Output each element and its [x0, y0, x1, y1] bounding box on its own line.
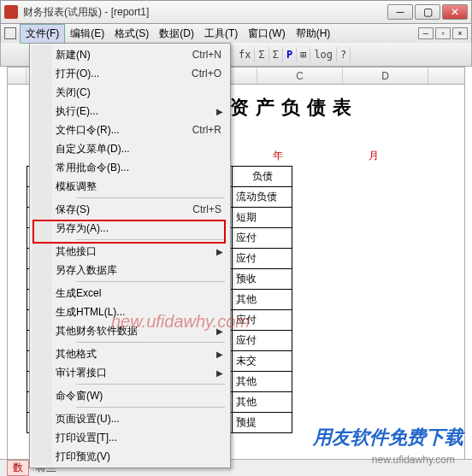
date-row: 年 月: [273, 149, 379, 163]
col-header-c[interactable]: C: [257, 68, 343, 84]
year-label: 年: [273, 149, 283, 163]
menu-item-label: 文件口令(R)...: [56, 123, 175, 138]
menu-item-label: 打印预览(V): [56, 450, 221, 464]
menu-item-label: 保存(S): [56, 203, 175, 217]
menu-format[interactable]: 格式(S): [109, 25, 154, 43]
status-tab[interactable]: 数: [7, 460, 29, 476]
menu-item[interactable]: 其他格式▶: [32, 344, 228, 363]
mdi-minimize[interactable]: ─: [418, 27, 434, 39]
menu-item[interactable]: 打印设置[T]...: [32, 428, 228, 447]
menu-item-shortcut: Ctrl+S: [192, 203, 221, 215]
submenu-arrow-icon: ▶: [216, 368, 223, 378]
menu-item-label: 常用批命令(B)...: [56, 161, 221, 175]
close-button[interactable]: ✕: [442, 4, 468, 20]
menu-item-label: 命令窗(W): [56, 389, 221, 403]
tool-help[interactable]: ?: [337, 47, 351, 62]
app-icon: [4, 5, 18, 19]
menu-separator: [76, 407, 225, 408]
menu-item-label: 打开(O)...: [56, 67, 174, 81]
hdr-liability: 负债: [233, 167, 292, 187]
menu-window[interactable]: 窗口(W): [243, 25, 290, 43]
menu-item[interactable]: 另存入数据库: [32, 261, 228, 279]
menu-item[interactable]: 保存(S)Ctrl+S: [32, 200, 228, 219]
window-controls: ─ ▢ ✕: [387, 4, 468, 20]
menu-item[interactable]: 生成Excel: [32, 284, 228, 303]
menu-item-shortcut: Ctrl+N: [192, 49, 221, 61]
menu-tools[interactable]: 工具(T): [199, 25, 243, 43]
menu-item-label: 其他接口: [56, 244, 221, 259]
menu-separator: [76, 281, 225, 282]
menu-separator: [76, 384, 225, 385]
month-label: 月: [369, 149, 379, 163]
minimize-button[interactable]: ─: [387, 4, 413, 20]
menu-separator: [76, 197, 225, 198]
menu-item[interactable]: 页面设置(U)...: [32, 409, 228, 428]
menu-separator: [76, 239, 225, 240]
tool-fx[interactable]: fx: [235, 47, 255, 62]
tool-grid[interactable]: ⊞: [297, 47, 310, 62]
menu-item-label: 审计署接口: [56, 366, 221, 380]
titlebar: 财务报表(试用版) - [report1] ─ ▢ ✕: [0, 0, 472, 24]
menu-item[interactable]: 执行(E)...▶: [32, 102, 228, 120]
menu-item[interactable]: 其他接口▶: [32, 242, 228, 261]
menu-edit[interactable]: 编辑(E): [65, 25, 109, 43]
submenu-arrow-icon: ▶: [216, 247, 223, 256]
menu-item-label: 另存入数据库: [56, 263, 221, 278]
menu-help[interactable]: 帮助(H): [291, 25, 336, 43]
maximize-button[interactable]: ▢: [415, 4, 440, 20]
menu-item-label: 新建(N): [56, 48, 175, 62]
menu-item[interactable]: 生成HTML(L)...: [32, 303, 228, 321]
menu-item[interactable]: 命令窗(W): [32, 386, 228, 405]
menu-item[interactable]: 审计署接口▶: [32, 363, 228, 382]
window-title: 财务报表(试用版) - [report1]: [23, 5, 387, 20]
submenu-arrow-icon: ▶: [216, 350, 223, 359]
menu-item-label: 打印设置[T]...: [56, 431, 221, 445]
menu-item[interactable]: 另存为(A)...: [32, 219, 228, 238]
menu-data[interactable]: 数据(D): [154, 25, 199, 43]
menu-item-label: 自定义菜单(D)...: [56, 142, 221, 156]
tool-p[interactable]: P: [283, 47, 297, 62]
tool-log[interactable]: log: [310, 47, 337, 62]
mdi-close[interactable]: ×: [452, 27, 468, 39]
file-dropdown: 新建(N)Ctrl+N打开(O)...Ctrl+O关闭(C)执行(E)...▶文…: [29, 43, 231, 468]
tool-sum2[interactable]: Σ: [269, 47, 283, 62]
menu-item-label: 页面设置(U)...: [56, 412, 221, 426]
menu-item[interactable]: 打印预览(V): [32, 447, 228, 466]
mdi-controls: ─ ▫ ×: [418, 27, 468, 39]
menu-separator: [76, 342, 225, 343]
menu-item[interactable]: 常用批命令(B)...: [32, 158, 228, 177]
report-title: 资产负债表: [230, 95, 358, 120]
mdi-restore[interactable]: ▫: [435, 27, 451, 39]
menu-item[interactable]: 新建(N)Ctrl+N: [32, 45, 228, 64]
menu-item[interactable]: 其他财务软件数据▶: [32, 321, 228, 340]
menu-item-label: 其他财务软件数据: [56, 324, 221, 338]
system-menu-icon[interactable]: [4, 27, 16, 39]
menu-item-label: 执行(E)...: [56, 104, 221, 119]
menu-item[interactable]: 文件口令(R)...Ctrl+R: [32, 120, 228, 139]
menu-item-shortcut: Ctrl+R: [192, 124, 221, 136]
menu-item[interactable]: 关闭(C): [32, 83, 228, 102]
menu-item-label: 生成HTML(L)...: [56, 305, 221, 320]
col-header-d[interactable]: D: [343, 68, 428, 84]
corner-cell[interactable]: [8, 68, 27, 84]
menu-item[interactable]: 模板调整: [32, 177, 228, 196]
submenu-arrow-icon: ▶: [216, 107, 223, 116]
menu-item[interactable]: 打开(O)...Ctrl+O: [32, 64, 228, 83]
menu-item[interactable]: 自定义菜单(D)...: [32, 139, 228, 158]
menu-file[interactable]: 文件(F): [20, 24, 65, 44]
menu-item-label: 其他格式: [56, 347, 221, 361]
tool-sum1[interactable]: Σ: [255, 47, 268, 62]
menu-item-label: 关闭(C): [56, 85, 221, 100]
menubar: 文件(F) 编辑(E) 格式(S) 数据(D) 工具(T) 窗口(W) 帮助(H…: [0, 24, 472, 43]
menu-item-label: 模板调整: [56, 179, 221, 194]
menu-item-label: 生成Excel: [56, 286, 221, 301]
submenu-arrow-icon: ▶: [216, 326, 223, 336]
menu-item-label: 另存为(A)...: [56, 221, 221, 236]
menu-item-shortcut: Ctrl+O: [192, 68, 221, 79]
